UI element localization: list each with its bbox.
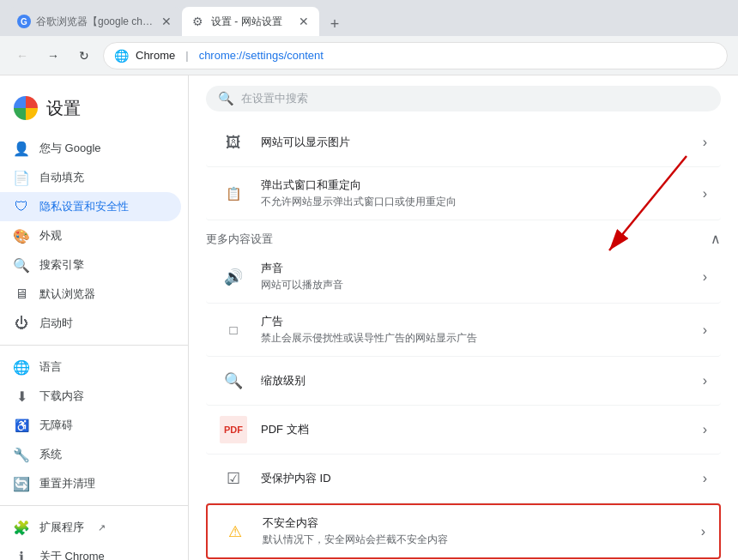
settings-item-popups[interactable]: 📋 弹出式窗口和重定向 不允许网站显示弹出式窗口口或使用重定向 ›	[206, 167, 721, 220]
sidebar-item-label-reset: 重置并清理	[39, 476, 95, 491]
sidebar-item-account[interactable]: 👤 您与 Google	[0, 134, 181, 163]
language-icon: 🌐	[14, 359, 29, 375]
protected-arrow: ›	[703, 471, 707, 486]
settings-item-protected-text: 受保护内容 ID	[261, 471, 696, 486]
downloads-icon: ⬇	[14, 388, 29, 404]
search-icon: 🔍	[14, 257, 29, 273]
annotation-container: 🔊 声音 网站可以播放声音 › □ 广告 禁止会展示侵扰性或误导性广告的网站显示…	[206, 250, 721, 560]
settings-item-pdf-text: PDF 文档	[261, 422, 696, 437]
insecure-title: 不安全内容	[263, 515, 694, 531]
sidebar-title: 设置	[46, 97, 81, 120]
settings-item-zoom[interactable]: 🔍 缩放级别 ›	[206, 357, 721, 406]
url-separator: |	[185, 49, 188, 62]
sidebar-item-label-appearance: 外观	[39, 228, 62, 244]
ads-desc: 禁止会展示侵扰性或误导性广告的网站显示广告	[261, 331, 696, 346]
sidebar-item-privacy[interactable]: 🛡 隐私设置和安全性	[0, 192, 181, 221]
main-content: 设置 👤 您与 Google 📄 自动填充 🛡 隐私设置和安全性 🎨 外观 🔍 …	[0, 75, 738, 560]
sidebar-item-label-account: 您与 Google	[39, 141, 101, 156]
settings-item-ads-text: 广告 禁止会展示侵扰性或误导性广告的网站显示广告	[261, 314, 696, 346]
search-icon-bar: 🔍	[218, 91, 234, 106]
ads-arrow: ›	[703, 322, 707, 338]
sidebar-item-autofill[interactable]: 📄 自动填充	[0, 163, 181, 192]
startup-icon: ⏻	[14, 316, 29, 331]
zoom-title: 缩放级别	[261, 373, 696, 388]
sound-title: 声音	[261, 261, 696, 276]
sidebar-item-label-extensions: 扩展程序	[39, 520, 84, 535]
url-bar[interactable]: 🌐 Chrome | chrome://settings/content	[103, 42, 728, 69]
search-bar[interactable]: 🔍 在设置中搜索	[206, 86, 721, 111]
tab2-close[interactable]: ✕	[299, 15, 309, 28]
popups-desc: 不允许网站显示弹出式窗口口或使用重定向	[261, 195, 696, 209]
sidebar-item-extensions[interactable]: 🧩 扩展程序 ↗	[0, 513, 181, 542]
sidebar: 设置 👤 您与 Google 📄 自动填充 🛡 隐私设置和安全性 🎨 外观 🔍 …	[0, 75, 189, 560]
sidebar-item-downloads[interactable]: ⬇ 下载内容	[0, 382, 181, 411]
settings-item-sound-text: 声音 网站可以播放声音	[261, 261, 696, 292]
insecure-icon: ⚠	[221, 518, 249, 545]
more-section-label: 更多内容设置 ∧	[206, 220, 721, 250]
sidebar-item-about[interactable]: ℹ 关于 Chrome	[0, 542, 181, 560]
url-secure-icon: 🌐	[114, 49, 129, 63]
sidebar-item-label-downloads: 下载内容	[39, 388, 84, 404]
settings-item-sound[interactable]: 🔊 声音 网站可以播放声音 ›	[206, 250, 721, 304]
ads-title: 广告	[261, 314, 696, 329]
protected-title: 受保护内容 ID	[261, 471, 696, 486]
tab-bar: G 谷歌浏览器【google chrome】 ✕ ⚙ 设置 - 网站设置 ✕ +	[0, 0, 738, 36]
about-icon: ℹ	[14, 549, 29, 560]
settings-item-images[interactable]: 🖼 网站可以显示图片 ›	[206, 118, 721, 167]
browser-icon: 🖥	[14, 286, 29, 302]
reset-icon: 🔄	[14, 476, 29, 491]
system-icon: 🔧	[14, 447, 29, 462]
sidebar-item-label-search: 搜索引擎	[39, 257, 84, 273]
refresh-button[interactable]: ↻	[72, 44, 96, 68]
more-section-toggle[interactable]: ∧	[711, 231, 721, 247]
sound-icon: 🔊	[220, 263, 247, 291]
new-tab-button[interactable]: +	[323, 12, 347, 36]
sidebar-item-search[interactable]: 🔍 搜索引擎	[0, 250, 181, 280]
pdf-arrow: ›	[703, 422, 707, 437]
accessibility-icon: ♿	[14, 418, 29, 433]
browser-frame: G 谷歌浏览器【google chrome】 ✕ ⚙ 设置 - 网站设置 ✕ +…	[0, 0, 738, 560]
pdf-icon: PDF	[220, 416, 247, 443]
sidebar-item-label-privacy: 隐私设置和安全性	[39, 199, 129, 214]
sidebar-item-label-language: 语言	[39, 359, 62, 375]
settings-item-protected[interactable]: ☑ 受保护内容 ID ›	[206, 455, 721, 503]
popups-arrow: ›	[703, 186, 707, 202]
sidebar-item-label-about: 关于 Chrome	[39, 549, 105, 560]
sidebar-item-label-accessibility: 无障碍	[39, 418, 73, 433]
insecure-arrow: ›	[701, 524, 705, 539]
url-path: chrome://settings/content	[199, 49, 324, 62]
tab-1[interactable]: G 谷歌浏览器【google chrome】 ✕	[7, 7, 182, 36]
privacy-icon: 🛡	[14, 199, 29, 214]
popups-title: 弹出式窗口和重定向	[261, 178, 696, 193]
ads-icon: □	[220, 316, 247, 344]
tab-2[interactable]: ⚙ 设置 - 网站设置 ✕	[182, 7, 319, 36]
autofill-icon: 📄	[14, 170, 29, 185]
zoom-arrow: ›	[703, 373, 707, 388]
sidebar-item-reset[interactable]: 🔄 重置并清理	[0, 469, 181, 498]
zoom-icon: 🔍	[220, 367, 247, 394]
settings-item-ads[interactable]: □ 广告 禁止会展示侵扰性或误导性广告的网站显示广告 ›	[206, 304, 721, 357]
images-title: 网站可以显示图片	[261, 135, 696, 150]
tab1-close[interactable]: ✕	[161, 15, 172, 28]
sidebar-item-startup[interactable]: ⏻ 启动时	[0, 309, 181, 338]
sidebar-item-browser[interactable]: 🖥 默认浏览器	[0, 280, 181, 309]
sidebar-item-label-startup: 启动时	[39, 316, 73, 331]
settings-content: 🔍 在设置中搜索 🖼 网站可以显示图片 › 📋 弹出式窗口和重定向 不允许网站显…	[189, 75, 738, 560]
sidebar-item-system[interactable]: 🔧 系统	[0, 440, 181, 469]
sidebar-item-appearance[interactable]: 🎨 外观	[0, 221, 181, 250]
sidebar-item-language[interactable]: 🌐 语言	[0, 352, 181, 382]
settings-item-pdf[interactable]: PDF PDF 文档 ›	[206, 406, 721, 455]
pdf-title: PDF 文档	[261, 422, 696, 437]
tab1-favicon: G	[17, 15, 31, 28]
settings-item-zoom-text: 缩放级别	[261, 373, 696, 388]
sidebar-item-accessibility[interactable]: ♿ 无障碍	[0, 411, 181, 440]
forward-button[interactable]: →	[41, 44, 65, 68]
back-button[interactable]: ←	[10, 44, 34, 68]
settings-item-images-text: 网站可以显示图片	[261, 135, 696, 150]
chrome-logo	[14, 96, 38, 120]
settings-item-insecure-text: 不安全内容 默认情况下，安全网站会拦截不安全内容	[263, 515, 694, 547]
sidebar-item-label-system: 系统	[39, 447, 62, 462]
tab2-label: 设置 - 网站设置	[211, 15, 282, 29]
settings-item-popups-text: 弹出式窗口和重定向 不允许网站显示弹出式窗口口或使用重定向	[261, 178, 696, 209]
settings-item-insecure[interactable]: ⚠ 不安全内容 默认情况下，安全网站会拦截不安全内容 ›	[206, 503, 721, 559]
